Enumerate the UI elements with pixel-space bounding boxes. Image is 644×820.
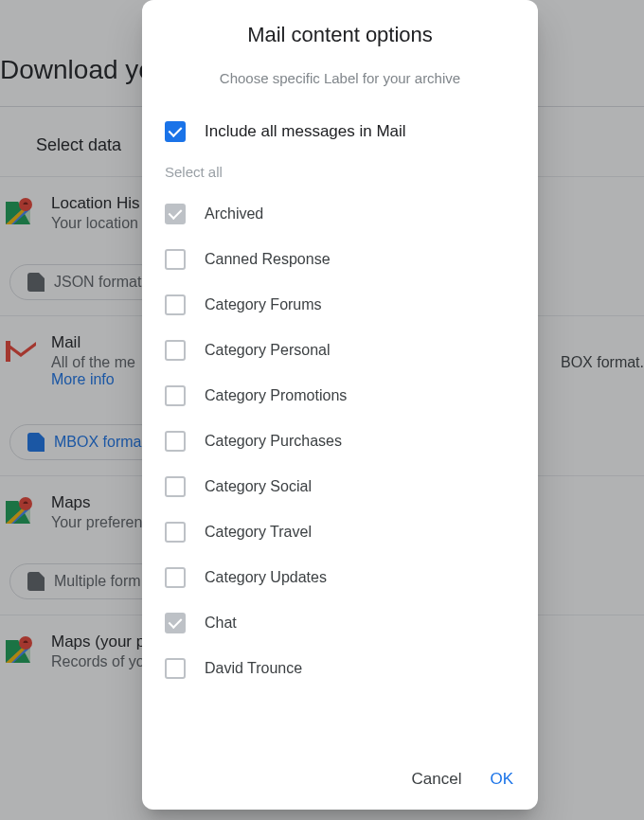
- checkbox-icon[interactable]: [165, 385, 186, 406]
- mail-content-options-dialog: Mail content options Choose specific Lab…: [142, 0, 538, 810]
- label-option[interactable]: Canned Response: [165, 237, 515, 282]
- checkbox-icon[interactable]: [165, 476, 186, 497]
- label-text: Category Social: [205, 478, 312, 495]
- label-option[interactable]: Category Travel: [165, 509, 515, 555]
- label-option[interactable]: Category Personal: [165, 328, 515, 373]
- dialog-subtitle: Choose specific Label for your archive: [165, 55, 515, 109]
- dialog-actions: Cancel OK: [142, 753, 538, 810]
- label-text: Category Travel: [205, 524, 312, 541]
- checkbox-icon[interactable]: [165, 249, 186, 270]
- checkbox-icon[interactable]: [165, 294, 186, 315]
- label-text: Category Promotions: [205, 387, 347, 404]
- label-text: David Trounce: [205, 660, 302, 677]
- select-all-link[interactable]: Select all: [165, 154, 515, 191]
- label-text: Category Purchases: [205, 433, 342, 450]
- label-text: Category Forums: [205, 296, 322, 313]
- label-text: Archived: [205, 205, 263, 223]
- checkbox-icon[interactable]: [165, 658, 186, 679]
- label-text: Category Updates: [205, 569, 327, 586]
- dialog-title: Mail content options: [142, 0, 538, 55]
- checkbox-icon[interactable]: [165, 204, 186, 224]
- include-all-label: Include all messages in Mail: [205, 122, 406, 141]
- label-text: Chat: [205, 615, 237, 632]
- label-text: Canned Response: [205, 251, 331, 268]
- checkbox-icon[interactable]: [165, 613, 186, 633]
- label-list: ArchivedCanned ResponseCategory ForumsCa…: [165, 191, 515, 691]
- checkbox-icon[interactable]: [165, 431, 186, 452]
- label-text: Category Personal: [205, 342, 331, 359]
- ok-button[interactable]: OK: [490, 770, 513, 789]
- label-option[interactable]: Category Purchases: [165, 419, 515, 464]
- cancel-button[interactable]: Cancel: [412, 770, 462, 789]
- label-option[interactable]: Category Updates: [165, 555, 515, 600]
- checkbox-icon[interactable]: [165, 340, 186, 361]
- label-option[interactable]: Chat: [165, 600, 515, 646]
- label-option[interactable]: Archived: [165, 191, 515, 237]
- label-option[interactable]: Category Social: [165, 464, 515, 509]
- checkbox-icon[interactable]: [165, 567, 186, 588]
- include-all-option[interactable]: Include all messages in Mail: [165, 109, 515, 154]
- label-option[interactable]: Category Promotions: [165, 373, 515, 419]
- checkbox-icon[interactable]: [165, 121, 186, 142]
- checkbox-icon[interactable]: [165, 522, 186, 543]
- dialog-scroll-area[interactable]: Choose specific Label for your archive I…: [142, 55, 538, 753]
- label-option[interactable]: Category Forums: [165, 282, 515, 328]
- label-option[interactable]: David Trounce: [165, 646, 515, 691]
